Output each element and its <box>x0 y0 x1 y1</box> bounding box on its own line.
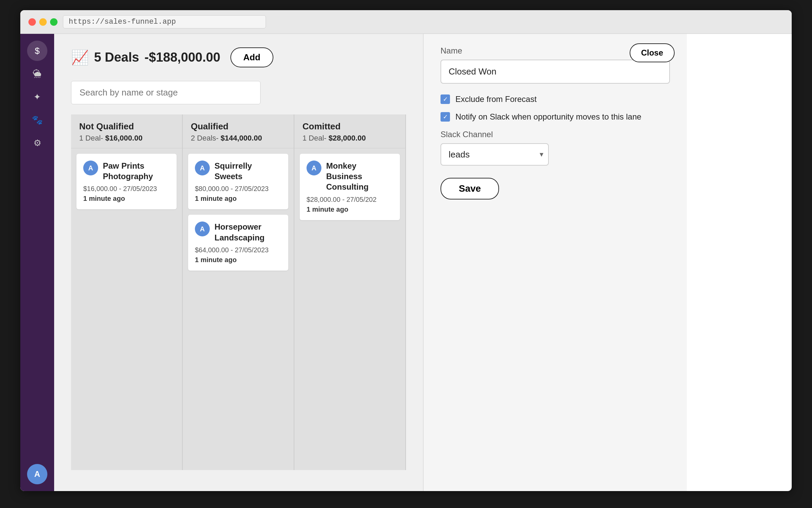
slack-channel-label: Slack Channel <box>441 130 670 139</box>
browser-window: https://sales-funnel.app $ 🌦 ✦ 🐾 ⚙ A <box>20 10 792 491</box>
sparkle-icon: ✦ <box>33 92 41 102</box>
notify-slack-group: ✓ Notify on Slack when opportunity moves… <box>441 112 670 122</box>
column-header-qualified: Qualified 2 Deals- $144,000.00 <box>183 114 294 148</box>
avatar: A <box>307 161 321 175</box>
card-details: $16,000.00 - 27/05/2023 <box>83 185 170 193</box>
notify-slack-label: Notify on Slack when opportunity moves t… <box>455 112 641 122</box>
column-stats-qualified: 2 Deals- $144,000.00 <box>191 134 286 143</box>
card-time: 1 minute ago <box>195 256 281 264</box>
card-name: Monkey Business Consulting <box>326 161 393 192</box>
card-time: 1 minute ago <box>195 195 281 203</box>
column-header-committed: Comitted 1 Deal- $28,000.00 <box>294 114 405 148</box>
dollar-icon: $ <box>35 46 40 56</box>
card-details: $28,000.00 - 27/05/202 <box>307 196 393 204</box>
exclude-forecast-group: ✓ Exclude from Forecast <box>441 94 670 104</box>
save-button[interactable]: Save <box>441 178 499 199</box>
card-header: A Monkey Business Consulting <box>307 161 393 192</box>
card-name: Paw Prints Photography <box>103 161 170 182</box>
column-stats-committed: 1 Deal- $28,000.00 <box>302 134 397 143</box>
trend-up-icon: 📈 <box>71 49 89 66</box>
close-traffic-light[interactable] <box>28 18 36 26</box>
deals-amount: -$188,000.00 <box>144 50 220 65</box>
sidebar-avatar[interactable]: A <box>27 464 47 484</box>
column-header-not-qualified: Not Qualified 1 Deal- $16,000.00 <box>71 114 182 148</box>
page-header: 📈 5 Deals -$188,000.00 Add <box>71 47 406 67</box>
kanban-column-not-qualified: Not Qualified 1 Deal- $16,000.00 A Paw P… <box>71 114 183 470</box>
exclude-forecast-checkbox[interactable]: ✓ <box>441 94 450 104</box>
column-stats-not-qualified: 1 Deal- $16,000.00 <box>79 134 174 143</box>
card-name: Squirrelly Sweets <box>215 161 281 182</box>
column-deal-count: 1 Deal- <box>79 134 103 142</box>
fullscreen-traffic-light[interactable] <box>50 18 58 26</box>
weather-icon: 🌦 <box>33 69 42 79</box>
deal-card[interactable]: A Horsepower Landscaping $64,000.00 - 27… <box>188 215 288 270</box>
minimize-traffic-light[interactable] <box>39 18 47 26</box>
kanban-area: 📈 5 Deals -$188,000.00 Add Not Qualif <box>54 34 423 491</box>
deal-card[interactable]: A Paw Prints Photography $16,000.00 - 27… <box>76 154 177 209</box>
close-panel-button[interactable]: Close <box>630 43 675 62</box>
name-input[interactable] <box>441 60 670 84</box>
notify-slack-checkbox[interactable]: ✓ <box>441 112 450 122</box>
search-container <box>71 81 406 104</box>
card-time: 1 minute ago <box>307 206 393 213</box>
right-panel: Close Name ✓ Exclude from Forecast ✓ Not… <box>423 34 687 491</box>
add-deal-button[interactable]: Add <box>230 47 273 67</box>
sidebar-icon-dollar[interactable]: $ <box>27 41 47 61</box>
column-title-not-qualified: Not Qualified <box>79 121 174 132</box>
deals-count: 5 Deals <box>94 50 139 65</box>
slack-channel-section: Slack Channel leads sales general opport… <box>441 130 670 166</box>
slack-channel-select[interactable]: leads sales general opportunities <box>441 143 549 166</box>
column-cards-committed: A Monkey Business Consulting $28,000.00 … <box>294 148 405 470</box>
exclude-forecast-label: Exclude from Forecast <box>455 94 537 104</box>
content-wrapper: 📈 5 Deals -$188,000.00 Add Not Qualif <box>54 34 687 491</box>
sidebar: $ 🌦 ✦ 🐾 ⚙ A <box>20 34 54 491</box>
card-details: $80,000.00 - 27/05/2023 <box>195 185 281 193</box>
url-bar[interactable]: https://sales-funnel.app <box>63 15 266 28</box>
sidebar-icon-weather[interactable]: 🌦 <box>27 64 47 84</box>
paw-icon: 🐾 <box>32 115 43 125</box>
column-cards-not-qualified: A Paw Prints Photography $16,000.00 - 27… <box>71 148 182 470</box>
card-details: $64,000.00 - 27/05/2023 <box>195 246 281 254</box>
column-deal-count: 2 Deals- <box>191 134 219 142</box>
column-amount: $28,000.00 <box>329 134 366 142</box>
traffic-lights <box>28 18 58 26</box>
column-title-qualified: Qualified <box>191 121 286 132</box>
column-amount: $16,000.00 <box>105 134 142 142</box>
column-amount: $144,000.00 <box>221 134 262 142</box>
card-header: A Horsepower Landscaping <box>195 221 281 242</box>
kanban-column-qualified: Qualified 2 Deals- $144,000.00 A Squirre… <box>183 114 294 470</box>
card-header: A Paw Prints Photography <box>83 161 170 182</box>
avatar: A <box>195 221 210 236</box>
column-cards-qualified: A Squirrelly Sweets $80,000.00 - 27/05/2… <box>183 148 294 470</box>
slack-channel-select-wrapper: leads sales general opportunities ▾ <box>441 143 549 166</box>
card-name: Horsepower Landscaping <box>215 221 281 242</box>
avatar: A <box>195 161 210 175</box>
column-deal-count: 1 Deal- <box>302 134 326 142</box>
deals-summary: 📈 5 Deals -$188,000.00 <box>71 49 220 66</box>
deal-card[interactable]: A Monkey Business Consulting $28,000.00 … <box>300 154 400 220</box>
app-container: $ 🌦 ✦ 🐾 ⚙ A 📈 <box>20 34 792 491</box>
sidebar-icon-paw[interactable]: 🐾 <box>27 110 47 130</box>
settings-icon: ⚙ <box>33 138 41 148</box>
card-time: 1 minute ago <box>83 195 170 203</box>
browser-titlebar: https://sales-funnel.app <box>20 10 792 34</box>
deal-card[interactable]: A Squirrelly Sweets $80,000.00 - 27/05/2… <box>188 154 288 209</box>
kanban-board: Not Qualified 1 Deal- $16,000.00 A Paw P… <box>71 114 406 470</box>
card-header: A Squirrelly Sweets <box>195 161 281 182</box>
sidebar-icon-sparkle[interactable]: ✦ <box>27 87 47 107</box>
search-input[interactable] <box>71 81 261 104</box>
avatar: A <box>83 161 98 175</box>
sidebar-icon-settings[interactable]: ⚙ <box>27 133 47 153</box>
kanban-column-committed: Comitted 1 Deal- $28,000.00 A Monkey Bus… <box>294 114 406 470</box>
column-title-committed: Comitted <box>302 121 397 132</box>
